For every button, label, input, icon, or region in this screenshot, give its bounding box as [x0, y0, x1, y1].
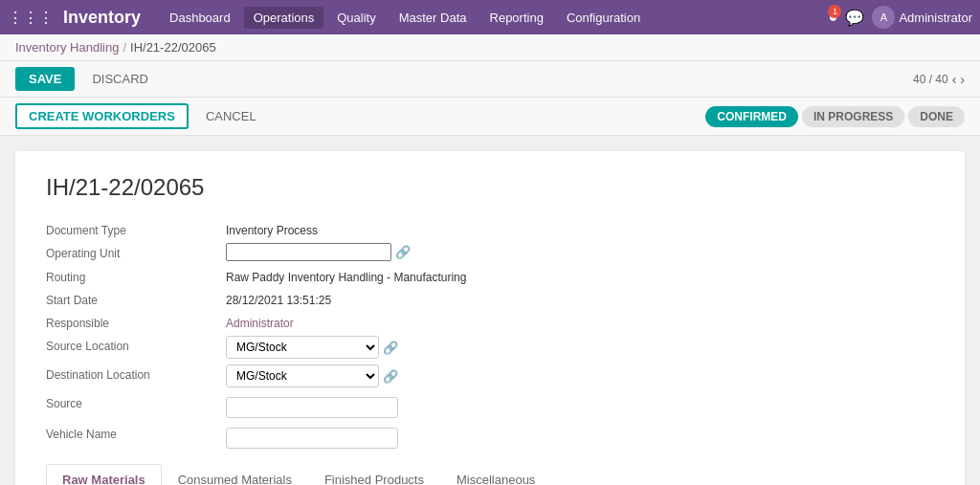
tab-consumed-materials[interactable]: Consumed Materials: [162, 464, 308, 485]
status-badges: CONFIRMED IN PROGRESS DONE: [705, 106, 965, 127]
top-navigation: ⋮⋮⋮ Inventory Dashboard Operations Quali…: [0, 0, 980, 34]
pagination-next[interactable]: ›: [960, 72, 965, 87]
discard-button[interactable]: DISCARD: [82, 67, 158, 91]
tab-miscellaneous[interactable]: Miscellaneous: [440, 464, 551, 485]
main-content: IH/21-22/02065 Document Type Inventory P…: [0, 136, 980, 485]
breadcrumb-parent[interactable]: Inventory Handling: [15, 40, 119, 55]
breadcrumb-current: IH/21-22/02065: [130, 40, 216, 55]
nav-quality[interactable]: Quality: [327, 7, 385, 29]
breadcrumb-separator: /: [122, 40, 126, 55]
operating-unit-input[interactable]: Shop: [226, 243, 391, 261]
grid-icon[interactable]: ⋮⋮⋮: [8, 9, 54, 27]
save-button[interactable]: SAVE: [15, 67, 75, 91]
nav-dashboard[interactable]: Dashboard: [160, 7, 240, 29]
pagination-text: 40 / 40: [913, 73, 948, 86]
vehicle-name-input[interactable]: [226, 428, 398, 449]
user-name: Administrator: [899, 11, 972, 25]
source-location-field: MG/Stock 🔗: [226, 336, 934, 359]
destination-location-ext-link[interactable]: 🔗: [383, 369, 398, 384]
routing-value: Raw Paddy Inventory Handling - Manufactu…: [226, 267, 934, 284]
document-type-value: Inventory Process: [226, 220, 934, 237]
source-input[interactable]: [226, 397, 398, 418]
app-name: Inventory: [63, 8, 141, 28]
operating-unit-field: Shop 🔗: [226, 243, 934, 261]
source-value: [226, 393, 934, 418]
status-in-progress[interactable]: IN PROGRESS: [802, 106, 904, 127]
notification-button[interactable]: ● 1: [829, 9, 838, 26]
chat-button[interactable]: 💬: [845, 9, 864, 27]
destination-location-field: MG/Stock 🔗: [226, 364, 934, 387]
tab-raw-materials[interactable]: Raw Materials: [46, 464, 162, 485]
tabs: Raw Materials Consumed Materials Finishe…: [46, 464, 934, 485]
nav-right: ● 1 💬 A Administrator: [829, 6, 972, 29]
destination-location-label: Destination Location: [46, 364, 218, 387]
source-label: Source: [46, 393, 218, 418]
user-avatar: A: [872, 6, 895, 29]
vehicle-name-value: [226, 424, 934, 449]
pagination-prev[interactable]: ‹: [952, 72, 957, 87]
nav-configuration[interactable]: Configuration: [557, 7, 650, 29]
routing-label: Routing: [46, 267, 218, 284]
operating-unit-ext-link[interactable]: 🔗: [395, 245, 411, 259]
cancel-button[interactable]: CANCEL: [196, 104, 266, 128]
start-date-label: Start Date: [46, 290, 218, 307]
user-menu-button[interactable]: A Administrator: [872, 6, 972, 29]
destination-location-select[interactable]: MG/Stock: [226, 364, 379, 387]
toolbar-secondary: CREATE WORKORDERS CANCEL CONFIRMED IN PR…: [0, 98, 980, 136]
notification-badge: 1: [828, 5, 841, 18]
nav-links: Dashboard Operations Quality Master Data…: [160, 7, 829, 29]
nav-operations[interactable]: Operations: [244, 7, 324, 29]
tab-finished-products[interactable]: Finished Products: [308, 464, 440, 485]
pagination-area: 40 / 40 ‹ ›: [913, 72, 965, 87]
source-location-ext-link[interactable]: 🔗: [383, 341, 398, 355]
responsible-value[interactable]: Administrator: [226, 313, 934, 330]
start-date-value: 28/12/2021 13:51:25: [226, 290, 934, 307]
breadcrumb: Inventory Handling / IH/21-22/02065: [0, 34, 980, 61]
responsible-label: Responsible: [46, 313, 218, 330]
source-location-label: Source Location: [46, 336, 218, 359]
source-location-select[interactable]: MG/Stock: [226, 336, 379, 359]
form-fields: Document Type Inventory Process Operatin…: [46, 220, 934, 449]
create-workorders-button[interactable]: CREATE WORKORDERS: [15, 103, 189, 129]
operating-unit-label: Operating Unit: [46, 243, 218, 261]
toolbar-primary: SAVE DISCARD 40 / 40 ‹ ›: [0, 61, 980, 98]
form-card: IH/21-22/02065 Document Type Inventory P…: [15, 151, 965, 485]
vehicle-name-label: Vehicle Name: [46, 424, 218, 449]
form-title: IH/21-22/02065: [46, 174, 934, 201]
nav-reporting[interactable]: Reporting: [480, 7, 553, 29]
status-done[interactable]: DONE: [908, 106, 965, 127]
tabs-container: Raw Materials Consumed Materials Finishe…: [46, 464, 934, 485]
nav-master-data[interactable]: Master Data: [390, 7, 477, 29]
document-type-label: Document Type: [46, 220, 218, 237]
status-confirmed[interactable]: CONFIRMED: [705, 106, 798, 127]
